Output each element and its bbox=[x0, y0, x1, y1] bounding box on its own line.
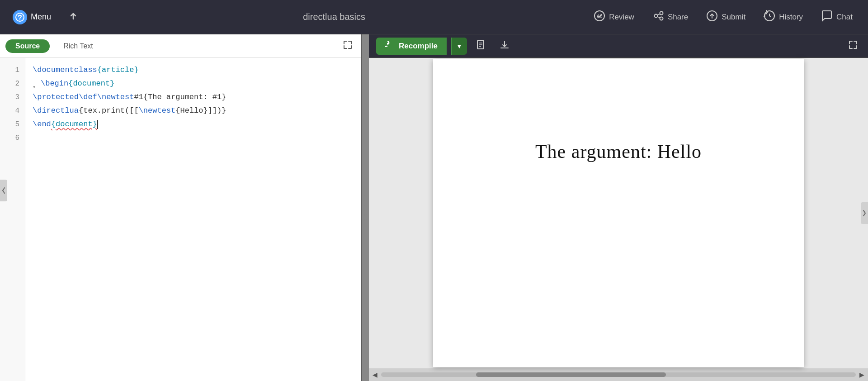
nav-left: Menu bbox=[7, 6, 83, 28]
line-number-3: 3 bbox=[0, 90, 25, 104]
code-token: \directlua bbox=[33, 104, 79, 118]
left-collapse-handle[interactable] bbox=[0, 180, 7, 201]
pdf-preview-page: The argument: Hello bbox=[433, 59, 804, 367]
rendered-output: The argument: Hello bbox=[535, 141, 702, 162]
upload-button[interactable] bbox=[64, 6, 83, 28]
divider-dot bbox=[364, 204, 367, 206]
code-line-5: \end{document} bbox=[33, 118, 361, 131]
code-line-3: \protected\def\newtest#1{The argument: #… bbox=[33, 90, 361, 104]
line-number-5: 5 bbox=[0, 118, 25, 131]
menu-label: Menu bbox=[31, 12, 51, 22]
code-token: #1{The argument: #1} bbox=[134, 90, 226, 104]
code-line-6 bbox=[33, 131, 361, 145]
code-token: {tex.print([[ bbox=[79, 104, 139, 118]
source-tab[interactable]: Source bbox=[5, 39, 50, 53]
line-number-6: 6 bbox=[0, 131, 25, 145]
scroll-right-button[interactable]: ▶ bbox=[859, 371, 864, 378]
panel-divider[interactable] bbox=[362, 34, 369, 381]
code-token: \protected\def\newtest bbox=[33, 90, 134, 104]
preview-panel: Recompile ▼ bbox=[369, 34, 868, 381]
line-number-1: 1 bbox=[0, 63, 25, 77]
text-cursor bbox=[97, 120, 98, 129]
expand-preview-button[interactable] bbox=[845, 37, 861, 55]
code-token: {document} bbox=[51, 118, 97, 131]
nav-right: Ab Review Share bbox=[585, 5, 861, 29]
svg-point-4 bbox=[654, 14, 657, 17]
editor-panel: Source Rich Text 1 2 3 4 5 6 bbox=[0, 34, 362, 381]
svg-text:Ab: Ab bbox=[597, 14, 602, 19]
code-line-1: \documentclass{article} bbox=[33, 63, 361, 77]
submit-button[interactable]: Submit bbox=[698, 5, 754, 29]
divider-dot bbox=[364, 214, 367, 216]
chat-icon bbox=[821, 10, 833, 24]
svg-point-5 bbox=[660, 11, 663, 14]
document-title: directlua basics bbox=[83, 12, 585, 22]
preview-toolbar: Recompile ▼ bbox=[369, 34, 868, 58]
code-line-2: ▾\begin{document} bbox=[33, 77, 361, 90]
svg-line-8 bbox=[657, 17, 660, 18]
preview-content: The argument: Hello bbox=[369, 58, 868, 368]
richtext-tab[interactable]: Rich Text bbox=[53, 39, 103, 53]
divider-dot bbox=[364, 199, 367, 201]
history-label: History bbox=[779, 13, 803, 22]
submit-label: Submit bbox=[722, 13, 745, 22]
preview-scrollbar-area: ◀ ▶ bbox=[369, 368, 868, 381]
line-numbers: 1 2 3 4 5 6 bbox=[0, 58, 25, 381]
code-token: {Hello}]])} bbox=[175, 104, 226, 118]
divider-dot bbox=[364, 194, 367, 196]
line-number-2: 2 bbox=[0, 77, 25, 90]
editor-toolbar: Source Rich Text bbox=[0, 34, 361, 58]
share-icon bbox=[652, 10, 664, 24]
share-label: Share bbox=[668, 13, 688, 22]
horizontal-scrollbar[interactable] bbox=[381, 372, 856, 377]
recompile-dropdown-button[interactable]: ▼ bbox=[451, 38, 467, 55]
menu-button[interactable]: Menu bbox=[7, 6, 57, 28]
history-button[interactable]: History bbox=[755, 5, 811, 29]
review-button[interactable]: Ab Review bbox=[585, 5, 642, 29]
navbar: Menu directlua basics Ab Review bbox=[0, 0, 868, 34]
code-token: {document} bbox=[68, 77, 114, 90]
line-number-4: 4 bbox=[0, 104, 25, 118]
code-content[interactable]: \documentclass{article} ▾\begin{document… bbox=[25, 58, 361, 381]
fold-icon[interactable]: ▾ bbox=[33, 81, 39, 87]
chat-button[interactable]: Chat bbox=[813, 5, 861, 29]
code-token: \documentclass bbox=[33, 63, 97, 77]
scroll-left-button[interactable]: ◀ bbox=[373, 371, 377, 378]
recompile-button[interactable]: Recompile bbox=[376, 38, 447, 55]
review-label: Review bbox=[609, 13, 634, 22]
download-button[interactable] bbox=[495, 37, 514, 55]
main-content: Source Rich Text 1 2 3 4 5 6 bbox=[0, 34, 868, 381]
svg-point-1 bbox=[19, 19, 20, 20]
code-token: \end bbox=[33, 118, 51, 131]
menu-icon bbox=[13, 10, 27, 24]
divider-dot bbox=[364, 219, 367, 221]
code-token: \begin bbox=[41, 77, 68, 90]
right-collapse-handle[interactable] bbox=[861, 202, 868, 224]
preview-doc-icon-button[interactable] bbox=[472, 37, 491, 55]
expand-editor-button[interactable] bbox=[340, 37, 355, 55]
code-editor[interactable]: 1 2 3 4 5 6 \documentclass{article} ▾\be… bbox=[0, 58, 361, 381]
recompile-label: Recompile bbox=[399, 42, 438, 51]
review-icon: Ab bbox=[594, 10, 605, 24]
code-token: {article} bbox=[97, 63, 139, 77]
chat-label: Chat bbox=[836, 13, 853, 22]
scrollbar-thumb[interactable] bbox=[476, 372, 666, 377]
history-icon bbox=[764, 10, 775, 24]
code-line-4: \directlua{tex.print([[\newtest{Hello}]]… bbox=[33, 104, 361, 118]
submit-icon bbox=[706, 10, 718, 24]
svg-line-13 bbox=[769, 16, 771, 17]
share-button[interactable]: Share bbox=[644, 5, 696, 29]
code-token: \newtest bbox=[139, 104, 176, 118]
svg-point-6 bbox=[660, 17, 663, 20]
svg-line-7 bbox=[657, 14, 660, 15]
divider-dot bbox=[364, 209, 367, 211]
